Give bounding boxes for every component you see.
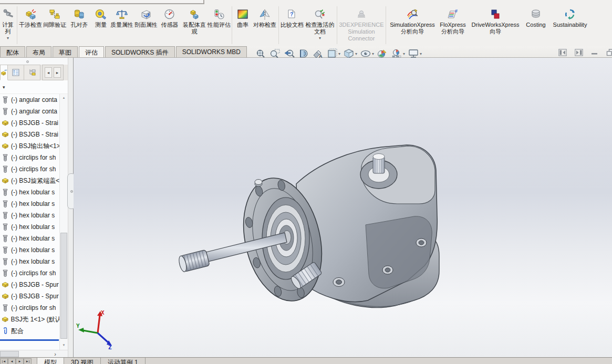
document-view-tabs: 模型 3D 视图 运动算例 1 [37,358,146,364]
cmd-sensors[interactable]: 传感器 [158,6,181,45]
tree-item[interactable]: (-) hex lobular s [0,198,59,210]
panel-resize-grip[interactable] [0,58,68,65]
tree-item[interactable]: (-) BSJ输出轴<1> [0,140,59,152]
tab-featuremanager-design-tree[interactable] [0,65,8,80]
view-orientation-button[interactable]: ▾ [326,48,340,59]
cmd-assembly-visualization[interactable]: 装配体直观 [181,6,208,45]
tree-item[interactable]: BSJ壳 1<1> (默认 [0,314,59,325]
model-tabs-bar: |◄ ◄ ► ►| 模型 3D 视图 运动算例 1 [0,357,612,364]
dropdown-caret-icon[interactable]: ▾ [319,36,321,40]
restore-button[interactable] [606,49,612,56]
cmd-floxpress-wizard[interactable]: # FloXpress 分析向导 [438,6,468,45]
tree-item[interactable]: (-) circlips for sh [0,302,59,314]
cmd-simulationxpress-wizard[interactable]: SimulationXpress 分析向导 [387,6,438,45]
tab-model[interactable]: 模型 [37,358,64,364]
bolt-icon [2,200,9,207]
dropdown-caret-icon[interactable]: ▾ [355,51,357,56]
cmd-performance-evaluation[interactable]: 性能评估 [208,6,231,45]
scrollbar-thumb[interactable] [60,233,67,339]
tree-item[interactable]: (-) BSJGB - Strai [0,117,59,129]
cmd-section-properties[interactable]: 剖面属性 [134,6,158,45]
cmd-mass-properties[interactable]: 质量属性 [110,6,134,45]
edit-appearance-button[interactable] [377,48,388,59]
hide-show-items-button[interactable]: ▾ [360,48,374,59]
scroll-up-button[interactable]: ▲ [60,94,68,101]
tab-motion-study-1[interactable]: 运动算例 1 [101,358,146,364]
last-tab-button[interactable]: ►| [24,358,32,364]
dropdown-caret-icon[interactable]: ▾ [420,51,422,56]
tree-flyout-caret-icon[interactable]: ▾ [3,85,5,90]
cmd-symmetry-check[interactable]: 对称检查 [252,6,277,45]
cmd-interference-detection[interactable]: 干涉检查 [18,6,43,45]
dropdown-caret-icon[interactable]: ▾ [7,36,9,40]
zoom-to-fit-button[interactable] [255,48,267,59]
section-view-button[interactable] [298,48,309,59]
gearbox-assembly-model[interactable] [74,58,612,357]
scroll-tabs-left-button[interactable]: ◄ [45,67,52,78]
scroll-tabs-right-button[interactable]: ► [54,67,61,78]
tree-item[interactable]: (-) hex lobular s [0,221,59,233]
previous-tab-button[interactable]: ◄ [8,358,16,364]
cmd-clearance-verification[interactable]: 间隙验证 [43,6,67,45]
tree-item[interactable]: (-) BSJ旋紧端盖< [0,175,59,186]
zoom-to-area-button[interactable] [269,48,281,59]
cmd-hole-alignment[interactable]: 孔对齐 [67,6,92,45]
hide-show-annotations-button[interactable]: A [312,48,324,59]
tree-item[interactable]: (-) angular conta [0,94,59,106]
tab-layout[interactable]: 布局 [26,46,51,57]
first-tab-button[interactable]: |◄ [0,358,8,364]
tree-item[interactable]: (-) BSJGB - Spur [0,279,59,290]
tab-solidworks-mbd[interactable]: SOLIDWORKS MBD [176,46,247,57]
cmd-check-active-document[interactable]: * 检查激活的文档 ▾ [304,6,336,45]
cmd-costing[interactable]: Costing [523,6,549,45]
tree-item-label: BSJ壳 1<1> (默认 [11,315,59,324]
tree-item[interactable]: (-) circlips for sh [0,267,59,279]
cmd-sustainability[interactable]: Sustainability [549,6,591,45]
tree-item[interactable]: (-) hex lobular s [0,186,59,198]
tab-configurationmanager[interactable] [24,65,40,80]
tree-item[interactable]: (-) hex lobular s [0,244,59,256]
scrollbar-thumb[interactable] [0,351,19,357]
tab-3d-views[interactable]: 3D 视图 [64,358,101,364]
tree-item[interactable]: (-) circlips for sh [0,163,59,175]
tree-item[interactable]: (-) hex lobular s [0,210,59,221]
tree-vertical-scrollbar[interactable]: ▲ ▼ [59,94,68,350]
cmd-pattern-calc[interactable]: 计算 列 ▾ [0,6,16,45]
tree-item[interactable]: (-) circlips for sh [0,152,59,163]
next-tab-button[interactable]: ► [16,358,24,364]
scroll-right-button[interactable]: › [50,350,60,357]
tree-item[interactable]: (-) angular conta [0,106,59,117]
tree-item[interactable]: (-) BSJGB - Spur [0,290,59,302]
minimize-button[interactable] [591,49,598,56]
top-splined-shaft[interactable] [373,154,385,174]
bolt-icon [2,212,9,219]
previous-view-button[interactable] [284,48,295,59]
cmd-compare-documents[interactable]: ? 比较文档 [280,6,304,45]
part-icon [2,177,9,184]
part-icon [2,281,9,288]
cmd-measure[interactable]: 测量 [92,6,110,45]
next-window-button[interactable] [575,49,583,56]
dropdown-caret-icon[interactable]: ▾ [372,51,374,56]
view-settings-button[interactable]: ▾ [408,48,422,59]
tree-item-mates[interactable]: 配合 [0,325,59,337]
tab-evaluate[interactable]: 评估 [79,46,104,57]
apply-scene-button[interactable]: ▾ [391,48,405,59]
tree-item[interactable]: (-) BSJGB - Strai [0,129,59,140]
tree-horizontal-scrollbar[interactable]: › [0,350,68,357]
tree-item[interactable]: (-) hex lobular s [0,256,59,267]
tab-propertymanager[interactable] [8,65,24,80]
previous-window-button[interactable] [558,49,567,56]
graphics-area[interactable]: X Y Z [74,58,612,357]
tab-assembly[interactable]: 配体 [0,46,25,57]
tab-sketch[interactable]: 草图 [53,46,78,57]
dropdown-caret-icon[interactable]: ▾ [338,51,340,56]
display-style-button[interactable]: ▾ [343,48,357,59]
cmd-curvature[interactable]: 曲率 [233,6,252,45]
dropdown-caret-icon[interactable]: ▾ [403,51,405,56]
check-active-document-icon: * [314,7,326,21]
cmd-driveworksxpress-wizard[interactable]: DriveWorksXpress 向导 [468,6,523,45]
tab-solidworks-addins[interactable]: SOLIDWORKS 插件 [105,46,175,57]
tree-item[interactable]: (-) hex lobular s [0,233,59,244]
scroll-down-button[interactable]: ▼ [60,341,68,349]
